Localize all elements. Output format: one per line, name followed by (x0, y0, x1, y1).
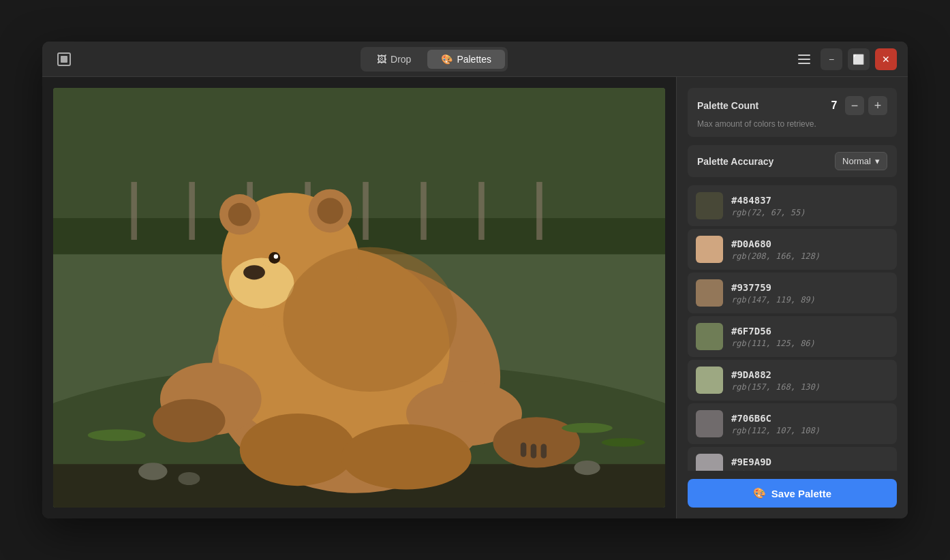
content-area: Palette Count 7 − + Max amount of colors… (42, 77, 908, 518)
color-info: #9E9A9D rgb(158, 154, 157) (731, 456, 820, 471)
maximize-button[interactable]: ⬜ (848, 48, 870, 70)
save-palette-button[interactable]: 🎨 Save Palette (688, 479, 897, 508)
tab-bar: 🖼 Drop 🎨 Palettes (361, 47, 508, 72)
color-swatch (696, 279, 723, 307)
color-hex: #937759 (731, 282, 815, 293)
color-info: #6F7D56 rgb(111, 125, 86) (731, 326, 815, 348)
svg-point-24 (317, 198, 343, 223)
svg-point-39 (574, 461, 600, 475)
svg-point-40 (88, 429, 146, 441)
svg-rect-14 (478, 182, 484, 240)
color-rgb: rgb(147, 119, 89) (731, 295, 815, 305)
color-rgb: rgb(112, 107, 108) (731, 426, 820, 435)
menu-button[interactable] (793, 48, 815, 70)
hamburger-line-3 (798, 63, 810, 64)
color-swatch (696, 410, 723, 437)
drop-tab-icon: 🖼 (377, 54, 386, 65)
bear-illustration (53, 88, 665, 508)
svg-rect-12 (363, 182, 368, 240)
hamburger-line-1 (798, 55, 810, 56)
count-controls: 7 − + (827, 96, 887, 115)
bear-image-container (53, 88, 665, 508)
color-swatch (696, 454, 723, 471)
color-info: #D0A680 rgb(208, 166, 128) (731, 238, 820, 261)
svg-point-26 (228, 203, 251, 226)
palette-count-header: Palette Count 7 − + (697, 96, 887, 115)
tab-drop[interactable]: 🖼 Drop (363, 50, 425, 69)
color-hex: #9E9A9D (731, 456, 820, 467)
titlebar: 🖼 Drop 🎨 Palettes − ⬜ ✕ (42, 42, 908, 77)
color-rgb: rgb(158, 154, 157) (731, 469, 820, 471)
svg-rect-34 (521, 442, 526, 456)
svg-point-41 (562, 423, 612, 433)
color-rgb: rgb(157, 168, 130) (731, 382, 820, 392)
palettes-tab-label: Palettes (457, 54, 491, 65)
color-info: #484837 rgb(72, 67, 55) (731, 195, 805, 217)
color-rgb: rgb(72, 67, 55) (731, 208, 805, 217)
color-item[interactable]: #9DA882 rgb(157, 168, 130) (688, 360, 897, 401)
color-hex: #9DA882 (731, 369, 820, 380)
logo-icon (56, 51, 72, 67)
save-palette-label: Save Palette (771, 488, 831, 499)
svg-point-27 (283, 247, 457, 392)
svg-rect-8 (131, 182, 136, 240)
color-swatch (696, 367, 723, 394)
increment-button[interactable]: + (868, 96, 887, 115)
color-hex: #6F7D56 (731, 326, 815, 337)
minimize-button[interactable]: − (821, 48, 842, 70)
svg-rect-35 (531, 444, 536, 458)
tab-palettes[interactable]: 🎨 Palettes (427, 50, 505, 69)
color-swatch (696, 236, 723, 263)
color-swatch (696, 192, 723, 219)
svg-point-33 (493, 417, 579, 467)
palette-count-description: Max amount of colors to retrieve. (697, 119, 887, 129)
accuracy-value: Normal (842, 156, 871, 166)
svg-point-37 (138, 463, 167, 480)
svg-point-31 (240, 414, 356, 486)
decrement-button[interactable]: − (845, 96, 864, 115)
color-item[interactable]: #D0A680 rgb(208, 166, 128) (688, 229, 897, 270)
svg-point-38 (178, 472, 200, 485)
palettes-tab-icon: 🎨 (441, 54, 453, 65)
svg-rect-15 (536, 182, 542, 240)
window-controls: − ⬜ ✕ (793, 48, 897, 70)
svg-point-20 (243, 265, 265, 279)
palette-accuracy-label: Palette Accuracy (697, 156, 773, 167)
color-rgb: rgb(208, 166, 128) (731, 251, 820, 261)
svg-rect-3 (53, 88, 665, 232)
app-logo (53, 48, 75, 70)
palette-count-label: Palette Count (697, 100, 759, 111)
svg-point-22 (274, 254, 278, 258)
save-palette-icon: 🎨 (753, 487, 766, 499)
color-item[interactable]: #6F7D56 rgb(111, 125, 86) (688, 316, 897, 357)
palette-count-value: 7 (827, 99, 841, 112)
color-rgb: rgb(111, 125, 86) (731, 339, 815, 348)
svg-point-32 (341, 424, 471, 490)
svg-point-42 (602, 438, 645, 447)
svg-point-29 (153, 399, 225, 443)
color-item[interactable]: #937759 rgb(147, 119, 89) (688, 273, 897, 313)
color-info: #937759 rgb(147, 119, 89) (731, 282, 815, 305)
accuracy-chevron-icon: ▾ (875, 156, 880, 166)
color-swatch (696, 323, 723, 350)
color-item[interactable]: #484837 rgb(72, 67, 55) (688, 185, 897, 226)
svg-point-19 (229, 258, 294, 309)
colors-list: #484837 rgb(72, 67, 55) #D0A680 rgb(208,… (688, 185, 897, 471)
color-item[interactable]: #9E9A9D rgb(158, 154, 157) (688, 447, 897, 471)
svg-rect-1 (61, 56, 67, 63)
accuracy-dropdown[interactable]: Normal ▾ (835, 152, 887, 170)
palette-accuracy-section: Palette Accuracy Normal ▾ (688, 145, 897, 177)
color-hex: #706B6C (731, 413, 820, 424)
close-button[interactable]: ✕ (875, 48, 897, 70)
palette-count-section: Palette Count 7 − + Max amount of colors… (688, 88, 897, 137)
svg-rect-36 (541, 444, 547, 458)
color-info: #706B6C rgb(112, 107, 108) (731, 413, 820, 435)
drop-tab-label: Drop (390, 54, 411, 65)
image-panel (42, 77, 676, 518)
sidebar: Palette Count 7 − + Max amount of colors… (676, 77, 908, 518)
color-hex: #D0A680 (731, 238, 820, 249)
color-hex: #484837 (731, 195, 805, 206)
app-window: 🖼 Drop 🎨 Palettes − ⬜ ✕ (42, 42, 908, 518)
svg-rect-13 (420, 182, 426, 240)
color-item[interactable]: #706B6C rgb(112, 107, 108) (688, 403, 897, 444)
